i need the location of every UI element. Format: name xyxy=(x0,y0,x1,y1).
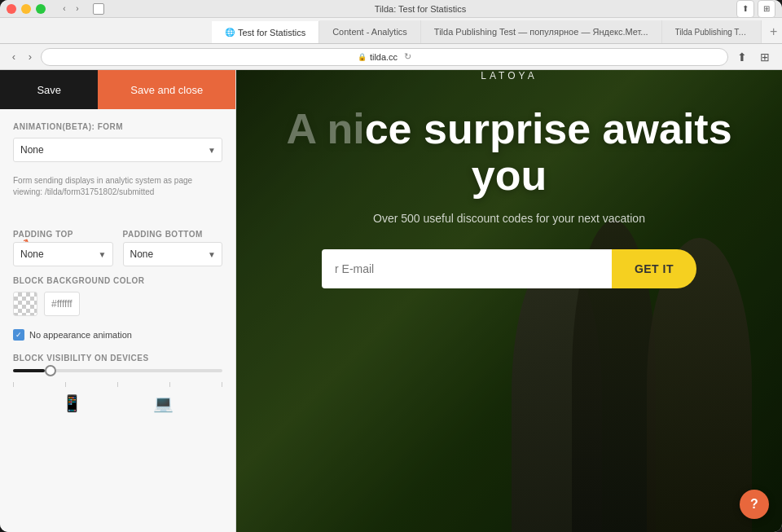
color-row: #ffffff xyxy=(13,292,222,316)
slider-mark xyxy=(169,382,170,387)
headline-light: A ni xyxy=(286,105,364,152)
maximize-button[interactable] xyxy=(36,4,46,14)
traffic-lights[interactable] xyxy=(7,4,46,14)
animation-select[interactable]: None xyxy=(13,138,222,162)
email-input[interactable] xyxy=(322,249,612,288)
tab-3[interactable]: Tilda Publishing Test — популярное — Янд… xyxy=(662,20,762,43)
tab-2[interactable]: Tilda Publishing Test — популярное — Янд… xyxy=(421,20,662,43)
minimize-button[interactable] xyxy=(21,4,31,14)
headline: A nice surprise awaits you xyxy=(269,106,749,199)
padding-top-select[interactable]: None xyxy=(13,242,113,266)
browser-forward[interactable]: › xyxy=(24,51,36,63)
tab-1[interactable]: Content - Analytics xyxy=(319,20,421,43)
checkmark-icon: ✓ xyxy=(15,331,22,339)
color-value[interactable]: #ffffff xyxy=(44,292,80,316)
bg-color-section: BLOCK BACKGROUND COLOR #ffffff xyxy=(13,276,222,316)
new-tab-button[interactable]: ⊞ xyxy=(758,0,775,18)
main-area: Save Save and close ANIMATION(BETA): FOR… xyxy=(0,70,782,532)
padding-bottom-select[interactable]: None xyxy=(123,242,223,266)
share-icon-btn[interactable]: ⬆ xyxy=(733,48,751,66)
save-and-close-button[interactable]: Save and close xyxy=(98,70,235,109)
forward-button[interactable]: › xyxy=(72,3,83,15)
brand-name: LATOYA xyxy=(269,70,749,81)
left-panel: Save Save and close ANIMATION(BETA): FOR… xyxy=(0,70,236,532)
address-input[interactable]: 🔒 tilda.cc ↻ xyxy=(41,48,728,66)
animation-select-row: None ▼ xyxy=(13,138,222,162)
color-swatch[interactable] xyxy=(13,292,37,316)
title-bar: ‹ › Tilda: Test for Statistics ⬆ ⊞ xyxy=(0,0,782,18)
slider-thumb[interactable] xyxy=(45,365,56,376)
padding-top-select-wrap: None ▼ xyxy=(13,242,113,266)
slider-mark xyxy=(13,382,14,387)
subtext: Over 500 useful discount codes for your … xyxy=(269,212,749,225)
mobile-icon: 📱 xyxy=(62,394,82,413)
toolbar-buttons: ⬆ ⊞ xyxy=(736,0,775,18)
email-form: GET IT xyxy=(322,249,696,288)
grid-btn[interactable]: ⊞ xyxy=(756,48,774,66)
padding-bottom-col: PADDING BOTTOM None ▼ xyxy=(123,230,223,266)
slider-track xyxy=(13,369,222,372)
new-tab-plus[interactable]: + xyxy=(765,20,782,43)
slider-mark xyxy=(65,382,66,387)
preview-content: LATOYA A nice surprise awaits you Over 5… xyxy=(236,70,782,288)
animation-section: ANIMATION(BETA): FORM None ▼ xyxy=(13,122,222,162)
slider-mark xyxy=(117,382,118,387)
visibility-label: BLOCK VISIBILITY ON DEVICES xyxy=(13,354,222,363)
padding-bottom-label: PADDING BOTTOM xyxy=(123,230,223,239)
share-button[interactable]: ⬆ xyxy=(736,0,754,18)
device-icons: 📱 💻 xyxy=(13,394,222,413)
desktop-icon: 💻 xyxy=(153,394,174,413)
visibility-section: BLOCK VISIBILITY ON DEVICES 📱 xyxy=(13,354,222,413)
panel-content: ANIMATION(BETA): FORM None ▼ Form sendin… xyxy=(0,109,235,532)
save-button[interactable]: Save xyxy=(0,70,98,109)
help-button[interactable]: ? xyxy=(740,490,769,519)
no-animation-checkbox[interactable]: ✓ xyxy=(13,329,24,341)
browser-back[interactable]: ‹ xyxy=(8,51,20,63)
panel-header: Save Save and close xyxy=(0,70,235,109)
slider-mark xyxy=(222,382,222,387)
info-section: Form sending displays in analytic system… xyxy=(13,175,222,217)
lock-icon: 🔒 xyxy=(358,53,367,61)
bg-color-label: BLOCK BACKGROUND COLOR xyxy=(13,276,222,285)
tab-bar: 🌐 Test for Statistics Content - Analytic… xyxy=(0,18,782,44)
preview-area: LATOYA A nice surprise awaits you Over 5… xyxy=(236,70,782,532)
slider-marks xyxy=(13,382,222,387)
reload-icon[interactable]: ↻ xyxy=(404,51,411,62)
close-button[interactable] xyxy=(7,4,16,14)
headline-bold: ce surprise awaits you xyxy=(365,105,732,199)
no-animation-row: ✓ No appearance animation xyxy=(13,329,222,341)
animation-label: ANIMATION(BETA): FORM xyxy=(13,122,222,131)
get-it-button[interactable]: GET IT xyxy=(612,249,696,288)
window-icon xyxy=(93,3,104,15)
tab-active[interactable]: 🌐 Test for Statistics xyxy=(212,21,319,44)
nav-buttons: ‹ › xyxy=(59,3,83,15)
padding-bottom-select-wrap: None ▼ xyxy=(123,242,223,266)
url-text: tilda.cc xyxy=(370,52,398,62)
back-button[interactable]: ‹ xyxy=(59,3,70,15)
window-title: Tilda: Test for Statistics xyxy=(109,4,731,14)
address-bar-row: ‹ › 🔒 tilda.cc ↻ ⬆ ⊞ xyxy=(0,44,782,70)
slider-fill xyxy=(13,369,45,372)
no-animation-label: No appearance animation xyxy=(29,330,132,340)
